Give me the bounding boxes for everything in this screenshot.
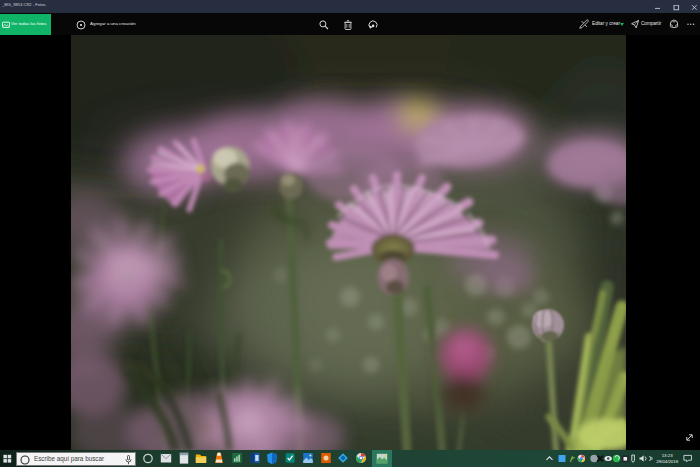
svg-text:13:23: 13:23 [662,453,674,458]
svg-text:29/04/2018: 29/04/2018 [656,459,679,464]
